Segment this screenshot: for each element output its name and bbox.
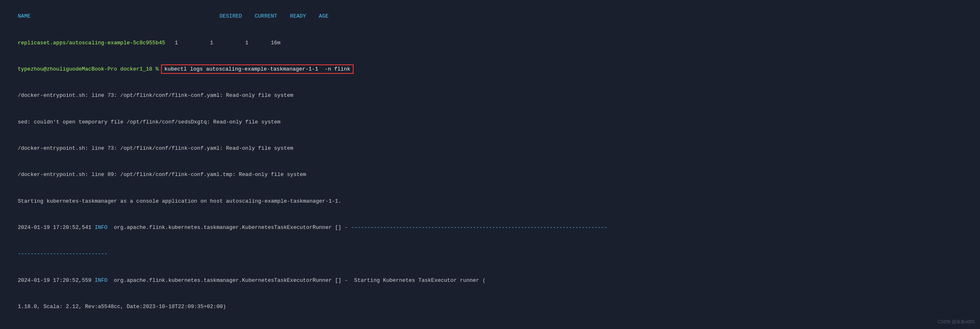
header-line: NAME DESIRED CURRENT READY AGE xyxy=(5,3,975,30)
log-text: Starting kubernetes-taskmanager as a con… xyxy=(18,198,341,204)
log-class: org.apache.flink.kubernetes.taskmanager.… xyxy=(110,224,351,231)
log-line-3: /docker-entrypoint.sh: line 73: /opt/fli… xyxy=(5,135,975,162)
log-line-6: 2024-01-19 17:20:52,541 INFO org.apache.… xyxy=(5,215,975,241)
col-current-header: CURRENT xyxy=(255,13,277,19)
log-text: sed: couldn't open temporary file /opt/f… xyxy=(18,119,281,125)
log-separator: ----------------------------------------… xyxy=(351,224,607,231)
log-timestamp: 2024-01-19 17:20:52,541 xyxy=(18,224,94,231)
prompt-text: typezhou@zhouliguodeMacBook-Pro docker1_… xyxy=(18,66,162,72)
log-level-info: INFO xyxy=(94,224,110,231)
col-name-header: NAME xyxy=(18,13,30,19)
kubectl-command[interactable]: kubectl logs autoscaling-example-taskman… xyxy=(162,65,352,73)
log-line-2: sed: couldn't open temporary file /opt/f… xyxy=(5,109,975,135)
watermark: CSDN @东东x001 xyxy=(938,318,975,326)
log-line-7: 2024-01-19 17:20:52,559 INFO org.apache.… xyxy=(5,267,975,293)
log-line-5: Starting kubernetes-taskmanager as a con… xyxy=(5,188,975,214)
replicaset-line: replicaset.apps/autoscaling-example-5c8c… xyxy=(5,30,975,56)
replicaset-name: replicaset.apps/autoscaling-example-5c8c… xyxy=(18,40,165,46)
log-line-6b: ---------------------------- xyxy=(5,241,975,267)
log-line-1: /docker-entrypoint.sh: line 73: /opt/fli… xyxy=(5,82,975,109)
log-line-4: /docker-entrypoint.sh: line 89: /opt/fli… xyxy=(5,162,975,188)
prompt-cmd-line: typezhou@zhouliguodeMacBook-Pro docker1_… xyxy=(5,56,975,82)
log-separator-cont: ---------------------------- xyxy=(18,251,107,257)
log-line-8: 2024-01-19 17:20:52,560 INFO org.apache.… xyxy=(5,320,975,329)
col-desired-header: DESIRED xyxy=(219,13,242,19)
log-text: /docker-entrypoint.sh: line 73: /opt/fli… xyxy=(18,145,293,151)
col-age-header: AGE xyxy=(319,13,328,19)
log-text: /docker-entrypoint.sh: line 73: /opt/fli… xyxy=(18,92,293,98)
log-text: /docker-entrypoint.sh: line 89: /opt/fli… xyxy=(18,171,306,178)
log-line-7b: 1.18.0, Scala: 2.12, Rev:a5548cc, Date:2… xyxy=(5,293,975,320)
col-ready-header: READY xyxy=(290,13,306,19)
terminal-container: NAME DESIRED CURRENT READY AGE replicase… xyxy=(0,0,980,329)
